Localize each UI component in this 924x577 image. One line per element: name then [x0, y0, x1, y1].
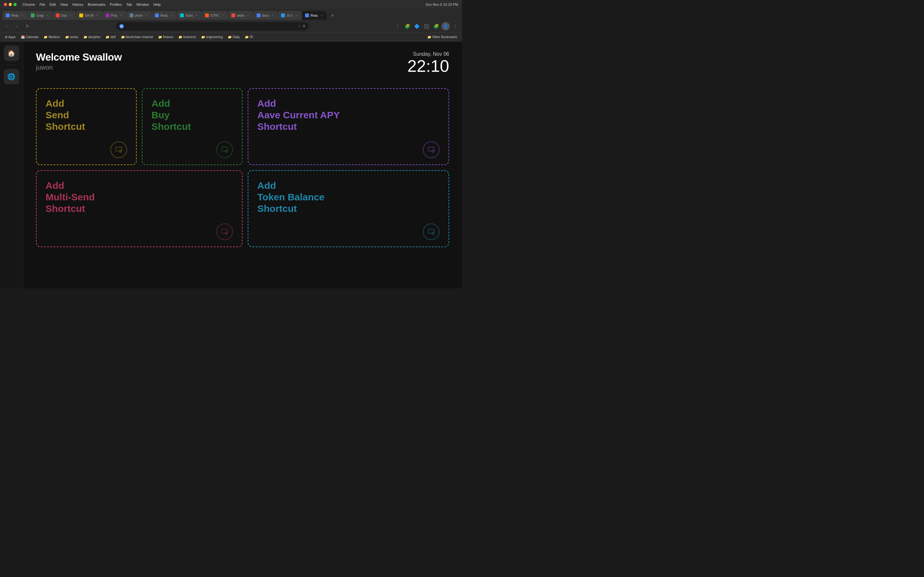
titlebar-right: Sun Nov 6 10:10 PM: [425, 3, 458, 6]
tab-close[interactable]: ×: [144, 13, 148, 17]
tab-get[interactable]: Get M ×: [76, 11, 102, 20]
menu-view[interactable]: View: [60, 3, 68, 6]
bookmark-works[interactable]: 📁 works: [63, 34, 81, 41]
new-tab-button[interactable]: +: [328, 11, 336, 20]
tab-prism[interactable]: prism ×: [126, 11, 152, 20]
extension-icon-4[interactable]: ⬛: [422, 22, 431, 31]
tab-favicon: [79, 13, 83, 17]
sidebar-home-button[interactable]: 🏠: [4, 45, 19, 61]
tab-close[interactable]: ×: [170, 13, 173, 17]
add-shortcut-icon: [216, 141, 233, 158]
menu-history[interactable]: History: [72, 3, 83, 6]
tab-label: 초소: [286, 13, 293, 18]
shortcut-card-aave[interactable]: AddAave Current APYShortcut: [248, 88, 449, 165]
add-shortcut-icon: [216, 223, 233, 240]
tab-favicon: [6, 13, 10, 17]
bookmark-apps[interactable]: ⊞ Apps: [3, 34, 18, 41]
bookmark-star-icon[interactable]: ☆: [298, 24, 301, 28]
menu-edit[interactable]: Edit: [50, 3, 56, 6]
maximize-button[interactable]: [13, 3, 17, 6]
tab-close[interactable]: ×: [294, 13, 298, 17]
reload-button[interactable]: ↻: [23, 22, 31, 31]
menu-dots[interactable]: ⋮: [451, 22, 459, 31]
omnibar: ‹ › ↻ G ☆ ⬆ ⋮ 🧩 🔷 ⬛ 🧩 👤 ⋮: [0, 20, 462, 33]
extension-icon-3[interactable]: 🔷: [413, 22, 421, 31]
folder-icon: 📁: [158, 35, 162, 39]
folder-icon: 📁: [65, 35, 69, 39]
bookmark-business[interactable]: 📁 business: [176, 34, 198, 41]
folder-icon: 📁: [83, 35, 87, 39]
welcome-section: Welcome Swallow juwon: [36, 51, 122, 71]
shortcut-title-token: AddToken BalanceShortcut: [257, 180, 439, 214]
apps-icon: ⊞: [5, 35, 7, 39]
bookmark-engineering[interactable]: 📁 engineering: [199, 34, 225, 41]
add-shortcut-icon: [423, 223, 439, 240]
tab-close[interactable]: ×: [69, 13, 73, 17]
bookmark-finance[interactable]: 📁 finance: [156, 34, 176, 41]
tab-react-2[interactable]: Reac ×: [152, 11, 176, 20]
tab-close[interactable]: ×: [270, 13, 274, 17]
profile-avatar[interactable]: 👤: [441, 22, 450, 31]
shortcut-card-multisend[interactable]: AddMulti-SendShortcut: [36, 170, 242, 247]
extension-icon-1[interactable]: ⋮: [393, 22, 402, 31]
forward-button[interactable]: ›: [13, 22, 21, 31]
shortcut-card-token[interactable]: AddToken BalanceShortcut: [248, 170, 449, 247]
tab-poly[interactable]: Poly ×: [102, 11, 126, 20]
tab-close[interactable]: ×: [320, 13, 323, 17]
shortcut-title-buy: AddBuyShortcut: [152, 98, 233, 132]
menu-help[interactable]: Help: [153, 3, 161, 6]
bookmark-decipher[interactable]: 📁 decipher: [81, 34, 103, 41]
extension-icon-2[interactable]: 🧩: [403, 22, 411, 31]
close-button[interactable]: [4, 3, 7, 6]
tab-docs[interactable]: docs ×: [254, 11, 278, 20]
tab-close[interactable]: ×: [119, 13, 123, 17]
bookmark-medium[interactable]: 📁 Medium: [41, 34, 62, 41]
tab-subs[interactable]: Subs ×: [177, 11, 202, 20]
bookmark-defi[interactable]: 📁 defi: [103, 34, 118, 41]
folder-icon: 📁: [178, 35, 182, 39]
tab-close[interactable]: ×: [95, 13, 99, 17]
url-bar[interactable]: G ☆ ⬆: [116, 22, 309, 31]
bookmark-daily[interactable]: 📁 Daily: [226, 34, 242, 41]
tab-favicon: [305, 13, 309, 17]
menu-profiles[interactable]: Profiles: [110, 3, 122, 6]
tab-close[interactable]: ×: [45, 13, 49, 17]
tab-ethc[interactable]: ETHC ×: [202, 11, 228, 20]
minimize-button[interactable]: [9, 3, 12, 6]
shortcut-card-buy[interactable]: AddBuyShortcut: [142, 88, 242, 165]
menu-tab[interactable]: Tab: [126, 3, 132, 6]
tab-close[interactable]: ×: [221, 13, 225, 17]
tab-label: Reac: [310, 14, 318, 17]
tab-close[interactable]: ×: [246, 13, 250, 17]
bookmark-blockchain[interactable]: 📁 blockchain-channel: [119, 34, 156, 41]
tab-graph[interactable]: Grap ×: [27, 11, 52, 20]
tab-close[interactable]: ×: [194, 13, 198, 17]
tab-favicon: [205, 13, 209, 17]
tab-close[interactable]: ×: [20, 13, 24, 17]
bookmark-engineering-label: engineering: [206, 35, 223, 39]
tab-webs[interactable]: webs ×: [228, 11, 253, 20]
date-display: Sunday, Nov 06: [407, 51, 449, 57]
shortcut-card-send[interactable]: AddSendShortcut: [36, 88, 137, 165]
menu-file[interactable]: File: [39, 3, 45, 6]
tab-label: Poly: [111, 14, 117, 17]
shortcut-icon-buy: [152, 141, 233, 158]
menu-window[interactable]: Window: [136, 3, 149, 6]
bookmark-calendar[interactable]: 📅 Calendar: [19, 34, 41, 41]
menu-bookmarks[interactable]: Bookmarks: [88, 3, 105, 6]
tab-label: prism: [135, 14, 143, 17]
menu-chrome[interactable]: Chrome: [23, 3, 35, 6]
bookmark-other[interactable]: 📁 Other Bookmarks: [425, 34, 459, 41]
page-header: Welcome Swallow juwon Sunday, Nov 06 22:…: [36, 51, 449, 75]
folder-icon: 📁: [427, 35, 431, 39]
extension-icon-5[interactable]: 🧩: [432, 22, 440, 31]
bookmark-ir[interactable]: 📁 IR: [242, 34, 255, 41]
tab-react-1[interactable]: Reac ×: [3, 11, 27, 20]
tab-choso[interactable]: 초소 ×: [278, 11, 302, 20]
back-button[interactable]: ‹: [3, 22, 11, 31]
sidebar-globe-button[interactable]: 🌐: [4, 69, 19, 84]
folder-icon: 📁: [201, 35, 205, 39]
tab-deploy[interactable]: Dep ×: [53, 11, 76, 20]
share-icon[interactable]: ⬆: [302, 24, 305, 28]
tab-react-active[interactable]: Reac ×: [302, 11, 326, 20]
